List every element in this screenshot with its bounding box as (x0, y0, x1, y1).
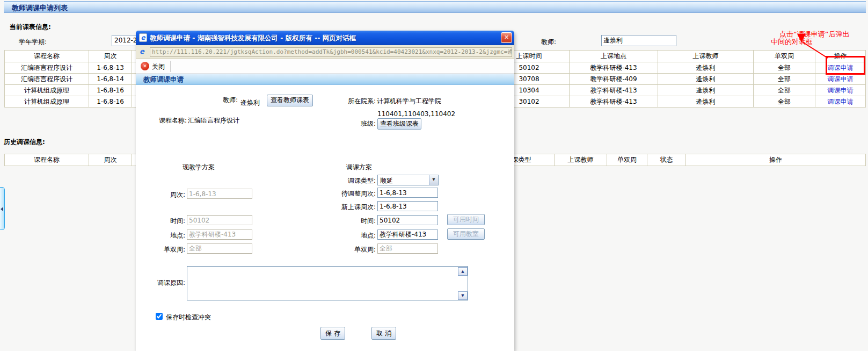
new-time-input[interactable] (377, 215, 438, 225)
place-label: 地点: (148, 231, 185, 240)
history-section-label: 历史调课信息: (4, 138, 45, 147)
reschedule-type-value: 顺延 (380, 176, 393, 185)
cell-teacher: 逄焕利 (658, 85, 754, 96)
ie-page-icon: e (139, 33, 147, 42)
close-icon[interactable]: ✕ (501, 32, 512, 43)
cancel-button[interactable]: 取 消 (371, 327, 396, 340)
save-button[interactable]: 保 存 (320, 327, 345, 340)
cell-place: 教学科研楼-413 (570, 96, 658, 108)
scroll-up-icon[interactable]: ▲ (458, 267, 468, 276)
cell-place: 教学科研楼-413 (570, 85, 658, 96)
available-room-button[interactable]: 可用教室 (447, 228, 485, 240)
cell-oddeven: 全部 (754, 96, 815, 108)
page-title: 教师调课申请列表 (12, 3, 68, 13)
time-label: 时间: (148, 217, 185, 226)
dialog-section-title: 教师调课申请 (143, 75, 184, 84)
view-class-schedule-button[interactable]: 查看班级课表 (377, 118, 421, 130)
teacher-filter-input[interactable] (601, 35, 676, 46)
cell-weeks: 1-6,8-16 (89, 85, 132, 96)
oddeven-label: 单双周: (148, 245, 185, 254)
cell-teacher: 逄焕利 (658, 96, 754, 108)
cell-course: 计算机组成原理 (5, 85, 89, 96)
new-time-label: 时间: (327, 217, 376, 226)
close-button[interactable]: 关闭 (152, 62, 165, 71)
adjust-weeks-input[interactable] (377, 188, 438, 198)
sidebar-collapse-handle[interactable] (0, 187, 5, 230)
reschedule-type-label: 调课类型: (338, 176, 376, 185)
weeks-label: 周次: (148, 190, 185, 199)
cell-place: 教学科研楼-409 (570, 74, 658, 85)
col-teacher: 上课教师 (658, 51, 754, 62)
reschedule-apply-link[interactable]: 调课申请 (828, 75, 854, 83)
col-status: 状态 (647, 154, 686, 166)
toolbar-separator (170, 61, 171, 72)
cell-weeks: 1-6,8-16 (89, 96, 132, 108)
reschedule-apply-link[interactable]: 调课申请 (828, 98, 854, 105)
reason-textarea[interactable] (187, 266, 468, 300)
cell-place: 教学科研楼-413 (570, 62, 658, 74)
new-place-input[interactable] (377, 230, 438, 240)
col-oddeven: 单双周 (607, 154, 647, 166)
scroll-down-icon[interactable]: ▼ (458, 291, 468, 300)
new-place-label: 地点: (327, 231, 376, 240)
collapse-left-icon (1, 207, 3, 211)
new-oddeven-label: 单双周: (327, 245, 376, 254)
reschedule-apply-link[interactable]: 调课申请 (828, 64, 854, 71)
term-label: 学年学期: (19, 38, 47, 47)
col-action: 操作 (686, 154, 866, 166)
dialog-toolbar: ✕ 关闭 (136, 59, 514, 74)
teacher-value: 逄焕利 (240, 98, 260, 108)
reason-label: 调课原因: (148, 278, 185, 288)
col-weeks: 周次 (89, 154, 132, 166)
col-action: 操作 (815, 51, 866, 62)
adjust-weeks-label: 待调整周次: (327, 189, 376, 198)
cell-oddeven: 全部 (754, 85, 815, 96)
current-weeks-input (187, 189, 252, 199)
new-weeks-label: 新上课周次: (327, 203, 376, 212)
course-value: 汇编语言程序设计 (188, 116, 239, 125)
dialog-titlebar: e 教师调课申请 - 湖南强智科技发展有限公司 - 版权所有 -- 网页对话框 … (136, 31, 514, 45)
new-plan-title: 调课方案 (346, 163, 372, 172)
cell-course: 汇编语言程序设计 (5, 74, 89, 85)
reschedule-type-select[interactable]: 顺延 ▼ (377, 175, 439, 185)
teacher-reschedule-page: 教师调课申请列表 当前课表信息: 学年学期: 2012-2013-2 ▼ 教师:… (0, 0, 868, 351)
cell-course: 计算机组成原理 (5, 96, 89, 108)
col-place: 上课地点 (570, 51, 658, 62)
dialog-address-bar: e http://111.116.20.221/jgtksqAction.do?… (136, 45, 514, 59)
ie-logo-icon: e (140, 47, 148, 56)
cell-teacher: 逄焕利 (658, 62, 754, 74)
reschedule-apply-link[interactable]: 调课申请 (828, 87, 854, 94)
col-course: 课程名称 (5, 51, 89, 62)
teacher-label: 教师: (206, 96, 238, 105)
col-oddeven: 单双周 (754, 51, 815, 62)
check-conflict-label: 保存时检查冲突 (166, 313, 211, 322)
new-oddeven-input (377, 243, 438, 254)
view-teacher-schedule-button[interactable]: 查看教师课表 (267, 95, 313, 106)
dialog-body: 教师: 逄焕利 查看教师课表 所在院系: 计算机科学与工程学院 课程名称: 汇编… (136, 85, 514, 351)
class-value: 110401,110403,110402 (377, 110, 455, 118)
current-time-input (187, 215, 252, 225)
cell-weeks: 1-6,8-14 (89, 74, 132, 85)
current-plan-title: 现教学方案 (183, 163, 215, 172)
cell-oddeven: 全部 (754, 62, 815, 74)
stop-close-icon[interactable]: ✕ (141, 62, 149, 70)
department-label: 所在院系: (322, 97, 376, 106)
page-header-bar: 教师调课申请列表 (4, 1, 866, 13)
annotation-text-line2: 中间的对话框 (771, 37, 813, 47)
department-value: 计算机科学与工程学院 (377, 97, 441, 106)
course-label: 课程名称: (147, 116, 187, 125)
col-course: 课程名称 (5, 154, 89, 166)
cell-oddeven: 全部 (754, 74, 815, 85)
current-place-input (187, 230, 252, 240)
class-label: 班级: (344, 119, 376, 128)
available-time-button[interactable]: 可用时间 (447, 214, 485, 225)
check-conflict-checkbox[interactable] (156, 313, 163, 320)
chevron-down-icon[interactable]: ▼ (429, 175, 438, 185)
teacher-filter-label: 教师: (541, 38, 556, 47)
col-weeks: 周次 (89, 51, 132, 62)
current-schedule-section-label: 当前课表信息: (10, 23, 51, 32)
cell-teacher: 逄焕利 (658, 74, 754, 85)
cell-course: 汇编语言程序设计 (5, 62, 89, 74)
col-teacher: 上课教师 (555, 154, 607, 166)
new-weeks-input[interactable] (377, 201, 438, 211)
